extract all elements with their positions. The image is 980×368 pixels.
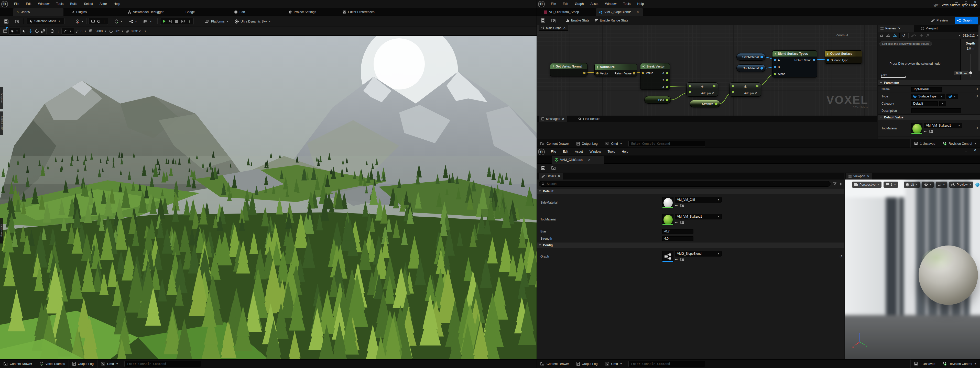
- output-log-button[interactable]: Output Log: [573, 360, 601, 368]
- browse-to-asset-icon[interactable]: [929, 129, 933, 133]
- menu-file[interactable]: File: [547, 148, 559, 155]
- input-pin-b[interactable]: [774, 66, 776, 68]
- node-strength-parameter[interactable]: Strength: [690, 100, 720, 108]
- input-pin[interactable]: [597, 72, 598, 75]
- pan-icon[interactable]: [920, 34, 923, 37]
- diagonal-icon[interactable]: [926, 34, 929, 37]
- reset-view-icon[interactable]: ↺: [902, 33, 905, 38]
- tab-viewport[interactable]: Viewport: [918, 25, 940, 32]
- reset-icon[interactable]: ↺: [975, 87, 978, 91]
- preview-resolution-dropdown[interactable]: 512x512▼: [958, 34, 978, 37]
- tab-bridge[interactable]: Bridge: [183, 8, 197, 16]
- tab-preview[interactable]: Preview✕: [878, 25, 914, 32]
- grid-snap-dropdown[interactable]: 5,000▼: [87, 28, 109, 35]
- node-output-surface[interactable]: ƒOutput Surface Surface Type: [825, 51, 862, 63]
- menu-window[interactable]: Window: [586, 148, 604, 155]
- close-tab-icon[interactable]: ✕: [588, 158, 590, 162]
- unsaved-button[interactable]: 1 Unsaved: [910, 140, 939, 148]
- blueprints-dropdown[interactable]: ▼: [127, 18, 140, 25]
- browse-to-asset-icon[interactable]: [680, 203, 684, 208]
- bias-input[interactable]: [662, 229, 694, 234]
- reset-icon[interactable]: ↺: [975, 126, 978, 130]
- depth-slider-handle[interactable]: [969, 71, 972, 74]
- node-graph-canvas[interactable]: Main Graph ✕ Zoom -1 ƒGet Vertex Normal: [537, 25, 877, 116]
- perspective-dropdown[interactable]: Perspective▼: [852, 182, 881, 188]
- node-add[interactable]: + Add pin⊕: [686, 82, 718, 97]
- input-pin[interactable]: [827, 59, 829, 61]
- menu-graph[interactable]: Graph: [572, 0, 587, 8]
- sidematerial-dropdown[interactable]: VM_VM_Cliff▼: [675, 197, 722, 203]
- output-log-button[interactable]: Output Log: [69, 360, 97, 368]
- node-topmaterial-parameter[interactable]: TopMaterial: [737, 65, 765, 72]
- close-tab-icon[interactable]: ✕: [636, 10, 639, 14]
- debug-pen-dropdown[interactable]: ▼: [911, 34, 917, 37]
- unsaved-button[interactable]: 1 Unsaved: [910, 360, 939, 368]
- cinematics-dropdown[interactable]: ▼: [141, 18, 154, 25]
- browse-to-asset-icon[interactable]: [680, 220, 684, 224]
- use-selected-icon[interactable]: ↩: [675, 220, 678, 224]
- node-break-vector[interactable]: Break Vector Value X Y Z: [640, 63, 670, 90]
- tab-editor-preferences[interactable]: Editor Preferences: [340, 8, 377, 16]
- close-tab-icon[interactable]: ✕: [558, 174, 560, 178]
- menu-file[interactable]: File: [11, 0, 22, 8]
- menu-help[interactable]: Help: [110, 0, 124, 8]
- content-drawer-button[interactable]: Content Drawer: [537, 360, 573, 368]
- strength-input[interactable]: [662, 236, 694, 241]
- play-options-kebab[interactable]: ⋮: [188, 19, 191, 23]
- sphere-preview-toggle[interactable]: [975, 182, 980, 187]
- asset-3d-viewport[interactable]: Perspective▼ 1▼ Lit▼ ▼ ▼: [845, 179, 980, 359]
- slope-flat-icon[interactable]: [880, 34, 883, 37]
- close-tab-icon[interactable]: ✕: [562, 117, 565, 121]
- console-command-input[interactable]: [628, 361, 705, 367]
- settings-gear-icon[interactable]: [839, 182, 842, 186]
- output-pin[interactable]: [583, 72, 585, 74]
- add-pin-button[interactable]: Add pin⊕: [687, 92, 714, 95]
- output-pin[interactable]: [715, 103, 718, 105]
- browse-button[interactable]: [549, 164, 558, 171]
- tab-vh-oldstrata-steep[interactable]: VH_OldStrata_Steep: [541, 8, 582, 16]
- tab-level-jan25[interactable]: ⚠ Jan25: [13, 8, 64, 16]
- output-pin-y[interactable]: [666, 79, 668, 81]
- name-input[interactable]: [911, 87, 942, 92]
- menu-file[interactable]: File: [547, 0, 559, 8]
- tab-project-settings[interactable]: Project Settings: [286, 8, 319, 16]
- save-button[interactable]: [2, 18, 11, 25]
- menu-help[interactable]: Help: [634, 0, 647, 8]
- reset-icon[interactable]: ↺: [840, 254, 842, 258]
- cmd-dropdown[interactable]: Cmd▼: [97, 360, 122, 368]
- close-tab-icon[interactable]: ✕: [867, 174, 869, 178]
- node-blend-surface-types[interactable]: ƒBlend Surface Types A Return Value B Al…: [772, 51, 817, 78]
- tab-messages[interactable]: Messages✕: [539, 116, 567, 122]
- menu-edit[interactable]: Edit: [22, 0, 35, 8]
- menu-edit[interactable]: Edit: [559, 0, 572, 8]
- browse-content-button[interactable]: [13, 18, 22, 25]
- input-pin-a[interactable]: [774, 59, 776, 61]
- node-multiply[interactable]: ∗ Add pin⊕: [729, 82, 761, 97]
- category-input[interactable]: Default: [911, 101, 938, 106]
- menu-build[interactable]: Build: [67, 0, 81, 8]
- tab-asset-viewport[interactable]: Viewport✕: [846, 173, 872, 179]
- sidetab-place-actors[interactable]: Place Actors: [0, 218, 3, 243]
- sidematerial-thumbnail[interactable]: [662, 197, 673, 208]
- menu-window[interactable]: Window: [602, 0, 620, 8]
- sidetab-voxel-log[interactable]: Voxel Log: [0, 87, 3, 109]
- revision-control-button[interactable]: Revision Control▼: [939, 140, 980, 148]
- tab-find-results[interactable]: Find Results: [576, 116, 603, 122]
- panel-scrollbar[interactable]: [978, 25, 980, 71]
- menu-asset[interactable]: Asset: [587, 0, 601, 8]
- category-dropdown[interactable]: ▼: [939, 101, 946, 106]
- graph-asset-dropdown[interactable]: VMG_SlopeBlend▼: [675, 251, 722, 257]
- play-button[interactable]: [163, 19, 165, 23]
- menu-tools[interactable]: Tools: [620, 0, 634, 8]
- performance-gauge-dropdown[interactable]: ▼: [936, 182, 947, 188]
- add-pin-button[interactable]: Add pin⊕: [730, 92, 757, 95]
- menu-tools[interactable]: Tools: [53, 0, 67, 8]
- tab-plugins[interactable]: Plugins: [68, 8, 89, 16]
- browse-button[interactable]: [549, 17, 558, 24]
- output-pin-z[interactable]: [666, 86, 668, 88]
- preview-mesh-dropdown[interactable]: Preview▼: [949, 182, 974, 188]
- angle-snap-dropdown[interactable]: 0▼: [73, 28, 89, 35]
- output-pin[interactable]: [633, 72, 635, 75]
- menu-window[interactable]: Window: [35, 0, 53, 8]
- selection-mode-dropdown[interactable]: Selection Mode▼: [27, 17, 64, 25]
